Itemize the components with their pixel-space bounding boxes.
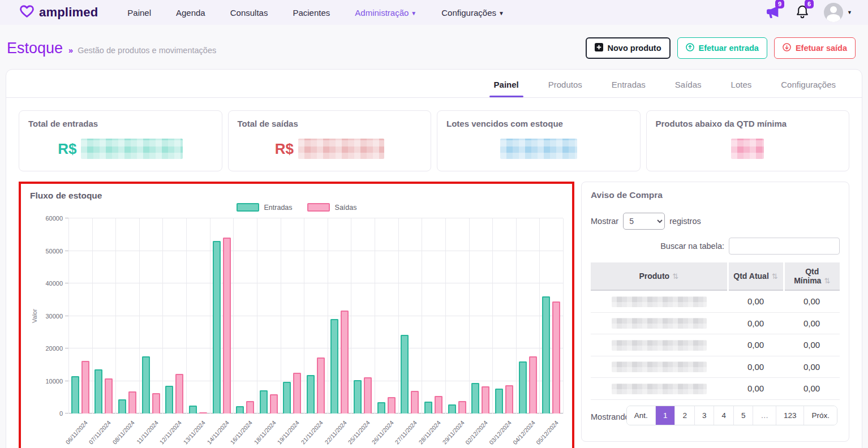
column-header-qtd-atual[interactable]: Qtd Atual⇅ — [728, 262, 784, 290]
legend-label: Saídas — [335, 204, 357, 212]
h-gridline — [68, 316, 563, 316]
redacted-value — [298, 139, 384, 159]
bar-entradas-22-11-2024 — [330, 319, 338, 413]
qtd-atual-cell: 0,00 — [728, 356, 784, 378]
bar-entradas-12-11-2024 — [165, 386, 173, 413]
redacted-value — [500, 139, 577, 159]
bar-saidas-03-12-2024 — [505, 385, 513, 413]
bar-saidas-08-11-2024 — [128, 391, 136, 413]
bar-entradas-25-11-2024 — [354, 380, 362, 413]
purchase-notice-title: Aviso de Compra — [591, 190, 840, 200]
y-tick-label: 20000 — [45, 345, 63, 352]
qtd-atual-cell: 0,00 — [728, 378, 784, 400]
main-menu: PainelAgendaConsultasPacientesAdministra… — [127, 8, 504, 18]
bar-saidas-25-11-2024 — [364, 377, 372, 413]
v-gridline — [469, 218, 470, 413]
stat-title: Lotes vencidos com estoque — [446, 119, 631, 128]
bar-entradas-13-11-2024 — [189, 406, 197, 413]
y-axis-label: Valor — [30, 218, 39, 413]
stat-card-total-de-saidas: Total de saídasR$ — [228, 110, 432, 171]
brand-name: amplimed — [39, 5, 98, 20]
table-search-input[interactable] — [729, 238, 840, 255]
pagination-ellipsis: … — [753, 406, 776, 425]
new-product-button[interactable]: Novo produto — [586, 37, 671, 59]
pagination-page-3[interactable]: 3 — [694, 406, 714, 425]
tab-produtos[interactable]: Produtos — [547, 80, 583, 97]
table-row: 0,000,00 — [591, 356, 840, 378]
stats-row: Total de entradasR$Total de saídasR$Lote… — [6, 98, 862, 171]
column-header-produto[interactable]: Produto⇅ — [591, 262, 728, 290]
tab-bar: PainelProdutosEntradasSaídasLotesConfigu… — [6, 70, 862, 98]
bar-entradas-21-11-2024 — [307, 375, 315, 413]
qtd-atual-cell: 0,00 — [728, 312, 784, 334]
nav-item-pacientes[interactable]: Pacientes — [293, 8, 330, 18]
bar-entradas-03-12-2024 — [495, 389, 503, 413]
v-gridline — [351, 218, 351, 413]
bar-entradas-06-11-2024 — [71, 376, 79, 413]
bar-saidas-22-11-2024 — [341, 311, 349, 413]
tab-entradas[interactable]: Entradas — [611, 80, 647, 97]
v-gridline — [563, 218, 564, 413]
megaphone-icon — [765, 12, 781, 21]
column-header-qtd-minima[interactable]: Qtd Mínima⇅ — [784, 262, 840, 290]
records-per-page-select[interactable]: 5 — [623, 213, 665, 230]
nav-item-painel[interactable]: Painel — [127, 8, 151, 18]
product-cell — [591, 312, 728, 334]
h-gridline — [68, 218, 563, 218]
table-row: 0,000,00 — [591, 312, 840, 334]
y-tick-label: 0 — [59, 410, 63, 417]
user-menu[interactable]: ▼ — [824, 3, 852, 22]
pagination-page-2[interactable]: 2 — [674, 406, 694, 425]
v-gridline — [139, 218, 140, 413]
bar-saidas-16-11-2024 — [246, 401, 254, 413]
column-header-label: Qtd Mínima — [794, 267, 821, 285]
make-entry-button[interactable]: Efetuar entrada — [677, 37, 767, 59]
plus-square-icon — [595, 43, 603, 53]
bar-saidas-28-11-2024 — [435, 396, 442, 413]
pagination-next[interactable]: Próx. — [803, 406, 837, 425]
v-gridline — [281, 218, 281, 413]
v-gridline — [92, 218, 93, 413]
pagination-prev[interactable]: Ant. — [627, 406, 655, 425]
v-gridline — [375, 218, 375, 413]
bar-saidas-06-11-2024 — [81, 361, 89, 413]
tab-saidas[interactable]: Saídas — [674, 80, 703, 97]
bar-entradas-02-12-2024 — [471, 383, 479, 413]
qtd-minima-cell: 0,00 — [784, 356, 840, 378]
product-cell — [591, 378, 728, 400]
announcements-button[interactable]: 9 — [765, 4, 782, 21]
v-gridline — [398, 218, 399, 413]
nav-item-consultas[interactable]: Consultas — [230, 8, 268, 18]
bar-saidas-21-11-2024 — [317, 357, 325, 413]
heart-logo-icon — [19, 5, 35, 20]
product-cell — [591, 290, 728, 312]
pagination-page-1[interactable]: 1 — [655, 406, 675, 425]
table-search-label: Buscar na tabela: — [660, 242, 724, 251]
make-exit-button[interactable]: Efetuar saída — [774, 37, 856, 59]
stat-card-produtos-abaixo-da-qtd-minima: Produtos abaixo da QTD mínima — [646, 110, 850, 171]
bar-entradas-18-11-2024 — [260, 390, 268, 413]
v-gridline — [257, 218, 257, 413]
tab-lotes[interactable]: Lotes — [730, 80, 753, 97]
x-axis-labels: 06/11/202407/11/202408/11/202411/11/2024… — [68, 413, 563, 447]
notifications-button[interactable]: 6 — [794, 4, 811, 21]
nav-item-agenda[interactable]: Agenda — [176, 8, 205, 18]
pagination-page-4[interactable]: 4 — [714, 406, 733, 425]
nav-item-administracao[interactable]: Administração▼ — [355, 8, 416, 18]
stat-value — [446, 139, 631, 159]
nav-item-configuracoes[interactable]: Configurações▼ — [441, 8, 504, 18]
purchase-notice-card: Aviso de Compra Mostrar 5 registros Busc… — [581, 182, 849, 442]
tab-painel[interactable]: Painel — [493, 80, 520, 97]
bar-entradas-26-11-2024 — [377, 402, 385, 413]
redacted-product-name — [612, 318, 707, 329]
legend-label: Entradas — [264, 204, 293, 212]
stat-title: Total de saídas — [238, 119, 422, 128]
pagination-page-5[interactable]: 5 — [733, 406, 753, 425]
pagination-page-123[interactable]: 123 — [776, 406, 804, 425]
brand-logo[interactable]: amplimed — [19, 5, 98, 20]
v-gridline — [186, 218, 187, 413]
qtd-atual-cell: 0,00 — [728, 290, 784, 312]
pagination: Ant.12345…123Próx. — [626, 406, 837, 425]
tab-configuracoes[interactable]: Configurações — [780, 80, 837, 97]
v-gridline — [539, 218, 540, 413]
